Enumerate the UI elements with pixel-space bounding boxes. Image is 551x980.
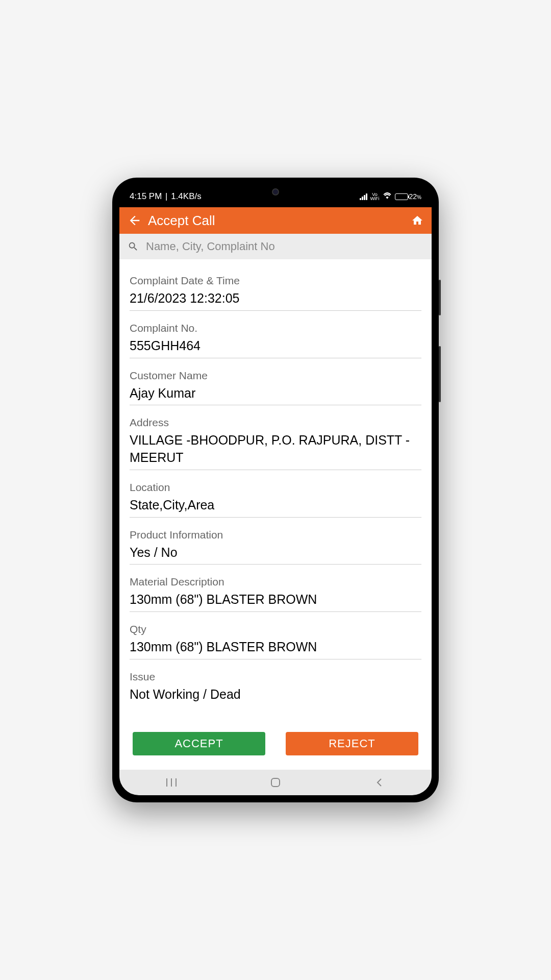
status-separator: | (163, 191, 170, 202)
search-input[interactable] (146, 240, 423, 253)
field-label: Location (130, 481, 421, 494)
search-bar (119, 234, 432, 259)
field-location: Location State,City,Area (130, 481, 421, 518)
field-value: State,City,Area (130, 497, 421, 514)
nav-back-button[interactable] (328, 777, 432, 788)
field-label: Issue (130, 671, 421, 683)
status-time: 4:15 PM (130, 191, 162, 202)
arrow-left-icon (128, 213, 142, 228)
field-label: Complaint Date & Time (130, 275, 421, 287)
field-label: Product Information (130, 529, 421, 541)
field-value: 130mm (68") BLASTER BROWN (130, 639, 421, 656)
content: Complaint Date & Time 21/6/2023 12:32:05… (119, 259, 432, 770)
field-material-desc: Material Description 130mm (68") BLASTER… (130, 576, 421, 612)
vowifi-label-bottom: WiFi (370, 197, 380, 201)
field-customer-name: Customer Name Ajay Kumar (130, 370, 421, 406)
field-complaint-no: Complaint No. 555GHH464 (130, 322, 421, 358)
field-label: Complaint No. (130, 322, 421, 334)
field-issue: Issue Not Working / Dead (130, 671, 421, 706)
status-right: Vo WiFi 22% (360, 191, 421, 203)
app-header: Accept Call (119, 207, 432, 234)
recents-icon (165, 777, 178, 788)
svg-rect-3 (271, 778, 280, 787)
home-button[interactable] (411, 214, 423, 227)
field-label: Customer Name (130, 370, 421, 382)
home-square-icon (269, 776, 282, 789)
back-button[interactable] (128, 213, 142, 228)
field-value: 21/6/2023 12:32:05 (130, 290, 421, 307)
phone-notch (240, 185, 311, 199)
wifi-icon (383, 191, 392, 203)
page-title: Accept Call (148, 213, 411, 229)
field-value: VILLAGE -BHOODPUR, P.O. RAJPURA, DISTT -… (130, 432, 421, 467)
field-value: Yes / No (130, 544, 421, 561)
nav-home-button[interactable] (223, 776, 328, 789)
status-net-speed: 1.4KB/s (171, 191, 202, 202)
vowifi-icon: Vo WiFi (370, 192, 380, 201)
phone-frame: 4:15 PM | 1.4KB/s Vo WiFi 22% (112, 178, 439, 802)
volume-button (439, 280, 441, 315)
field-address: Address VILLAGE -BHOODPUR, P.O. RAJPURA,… (130, 416, 421, 470)
field-value: Ajay Kumar (130, 385, 421, 402)
status-left: 4:15 PM | 1.4KB/s (130, 191, 202, 202)
field-value: Not Working / Dead (130, 686, 421, 703)
battery-percent-suffix: % (417, 194, 421, 200)
field-label: Address (130, 416, 421, 429)
home-icon (411, 214, 423, 227)
signal-icon (360, 193, 367, 200)
chevron-left-icon (374, 777, 385, 788)
battery-icon: 22% (395, 192, 421, 201)
field-product-info: Product Information Yes / No (130, 529, 421, 565)
system-nav-bar (119, 770, 432, 795)
search-icon (128, 241, 139, 252)
power-button (439, 346, 441, 402)
phone-side-buttons (439, 280, 441, 402)
field-complaint-datetime: Complaint Date & Time 21/6/2023 12:32:05 (130, 275, 421, 311)
field-label: Qty (130, 623, 421, 635)
field-qty: Qty 130mm (68") BLASTER BROWN (130, 623, 421, 659)
battery-percent: 22 (409, 192, 417, 201)
action-buttons: ACCEPT REJECT (130, 732, 421, 755)
field-value: 555GHH464 (130, 337, 421, 355)
front-camera (272, 188, 279, 195)
reject-button[interactable]: REJECT (286, 732, 418, 755)
field-value: 130mm (68") BLASTER BROWN (130, 591, 421, 608)
phone-screen: 4:15 PM | 1.4KB/s Vo WiFi 22% (119, 185, 432, 795)
nav-recents-button[interactable] (119, 777, 223, 788)
accept-button[interactable]: ACCEPT (133, 732, 265, 755)
field-label: Material Description (130, 576, 421, 588)
